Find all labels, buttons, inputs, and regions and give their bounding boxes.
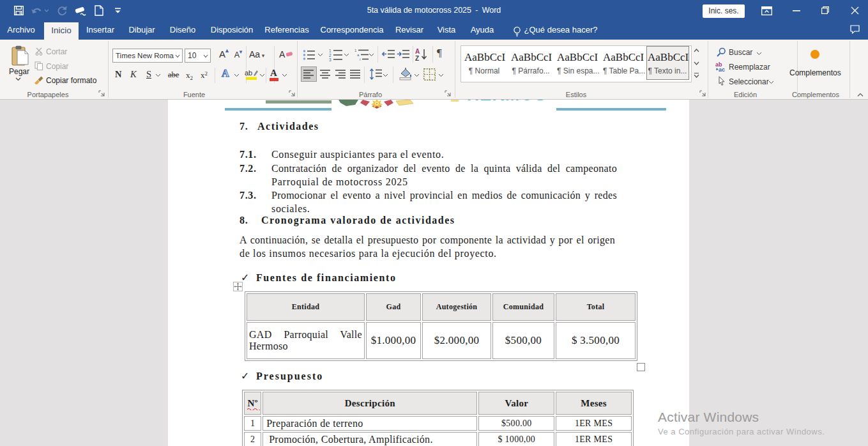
svg-text:1: 1 bbox=[354, 49, 357, 52]
svg-text:ac: ac bbox=[719, 66, 725, 72]
svg-text:i: i bbox=[360, 58, 360, 61]
svg-text:Z: Z bbox=[415, 55, 419, 61]
svg-text:3: 3 bbox=[329, 58, 331, 62]
svg-text:a: a bbox=[357, 53, 360, 57]
svg-text:A: A bbox=[415, 48, 420, 55]
svg-text:ab: ab bbox=[245, 69, 252, 77]
svg-text:2: 2 bbox=[329, 53, 331, 58]
svg-text:1: 1 bbox=[329, 49, 331, 53]
